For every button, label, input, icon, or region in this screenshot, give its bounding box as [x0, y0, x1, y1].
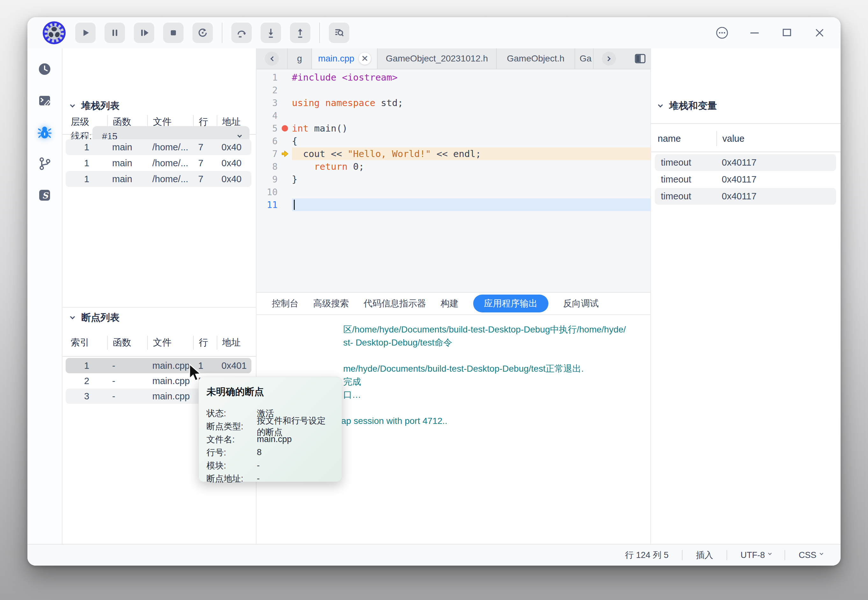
stack-cell: main [107, 142, 147, 153]
code-line: 4 [256, 109, 650, 122]
status-bar: 行 124 列 5 插入 UTF-8 CSS [27, 544, 841, 566]
breakpoint-tooltip: 未明确的断点 状态:激活断点类型:按文件和行号设定的断点文件名:main.cpp… [199, 377, 342, 482]
bottom-tab-构建[interactable]: 构建 [441, 297, 458, 309]
stack-cell: 1 [71, 158, 107, 168]
line-number[interactable]: 1 [256, 72, 278, 83]
step-out-button[interactable] [290, 23, 310, 43]
close-button[interactable] [813, 26, 827, 40]
stack-cell: 7 [193, 174, 217, 184]
breakpoint-col-header: 文件 [147, 336, 193, 350]
restart-button[interactable] [193, 23, 213, 43]
bottom-tab-反向调试[interactable]: 反向调试 [563, 297, 599, 309]
debug-icon[interactable] [37, 125, 52, 139]
code-line: 6{ [256, 135, 650, 147]
stack-frame-row[interactable]: 1main/home/...70x40 [66, 139, 252, 155]
breakpoint-row[interactable]: 1-main.cpp10x401 [66, 358, 252, 373]
pause-button[interactable] [105, 23, 125, 43]
tooltip-title: 未明确的断点 [206, 385, 332, 398]
find-in-files-button[interactable] [329, 23, 349, 43]
tooltip-field-value: - [257, 474, 260, 483]
output-line: st- Desktop-Debug/test命令 [265, 336, 650, 349]
tabs-scroll-left-button[interactable] [256, 48, 288, 69]
svg-text:S: S [42, 191, 49, 200]
stack-frame-row[interactable]: 1main/home/...70x40 [66, 155, 252, 171]
history-icon[interactable] [37, 62, 52, 76]
tab-label: Ga [580, 53, 592, 64]
stack-cell: /home/... [147, 174, 193, 184]
breakpoint-col-header: 地址 [217, 336, 252, 350]
variable-row[interactable]: timeout0x40117 [655, 154, 836, 171]
line-number[interactable]: 3 [256, 98, 278, 108]
variable-row[interactable]: timeout0x40117 [655, 171, 836, 188]
tab-label: main.cpp [318, 53, 354, 64]
variables-section-header[interactable]: 堆栈和变量 [659, 99, 717, 112]
editor-tab-main-cpp[interactable]: main.cpp✕ [312, 48, 378, 69]
maximize-button[interactable] [780, 26, 794, 40]
breakpoint-section-header[interactable]: 断点列表 [71, 311, 120, 324]
line-number[interactable]: 7 [256, 149, 278, 159]
code-line: 7 cout << "Hello, World!" << endl; [256, 147, 650, 160]
execution-arrow-icon [281, 150, 289, 158]
continue-button[interactable] [75, 23, 96, 43]
line-number[interactable]: 4 [256, 111, 278, 121]
close-icon [815, 28, 825, 38]
line-number[interactable]: 10 [256, 187, 278, 197]
stack-col-header: 函数 [107, 115, 147, 129]
breakpoint-cell: main.cpp [147, 361, 193, 371]
split-vertical-icon[interactable] [634, 52, 646, 65]
breakpoint-marker[interactable] [278, 124, 292, 132]
code-line: 9} [256, 173, 650, 186]
stack-frame-row[interactable]: 1main/home/...70x40 [66, 171, 252, 187]
line-number[interactable]: 2 [256, 85, 278, 95]
line-number[interactable]: 11 [256, 200, 278, 210]
editor-tab-g[interactable]: g [288, 48, 312, 69]
encoding-select[interactable]: UTF-8 [741, 550, 771, 560]
stack-section-header[interactable]: 堆栈列表 [71, 99, 120, 112]
tab-close-button[interactable]: ✕ [359, 53, 371, 65]
tooltip-field-value: 8 [257, 447, 262, 457]
step-into-icon [265, 27, 277, 39]
stop-button[interactable] [163, 23, 184, 43]
divider [651, 123, 841, 124]
variables-col-header: name [657, 133, 716, 144]
step-run-button[interactable] [134, 23, 154, 43]
bottom-tab-高级搜索[interactable]: 高级搜索 [313, 297, 349, 309]
step-into-button[interactable] [261, 23, 281, 43]
editor-tab-gameobject-20231012-h[interactable]: GameObject_20231012.h [378, 48, 497, 69]
minimize-button[interactable] [748, 26, 762, 40]
variable-row[interactable]: timeout0x40117 [655, 188, 836, 205]
insert-mode[interactable]: 插入 [696, 549, 713, 561]
line-number[interactable]: 6 [256, 136, 278, 147]
breakpoint-col-header: 索引 [71, 336, 107, 349]
code-text: { [292, 135, 650, 147]
snippets-icon[interactable]: S [37, 188, 52, 203]
code-token [292, 161, 314, 172]
code-token: cout << [292, 148, 348, 159]
cursor-position: 行 124 列 5 [625, 549, 669, 561]
code-token: using namespace [292, 97, 381, 108]
editor-tab-gameobject-h[interactable]: GameObject.h [497, 48, 575, 69]
line-number[interactable]: 9 [256, 174, 278, 185]
bottom-tab-代码信息指示器[interactable]: 代码信息指示器 [364, 297, 426, 309]
more-menu-button[interactable] [715, 26, 729, 40]
console-edit-icon[interactable] [37, 93, 52, 108]
variable-cell: 0x40117 [716, 174, 836, 185]
code-token: "Hello, World!" [348, 148, 431, 159]
stack-col-header: 行 [193, 115, 217, 129]
git-branch-icon[interactable] [37, 156, 52, 171]
breakpoint-col-header: 函数 [107, 336, 147, 350]
code-line: 8 return 0; [256, 160, 650, 173]
stack-table-header: 层级函数文件行地址 [66, 113, 252, 131]
step-over-button[interactable] [231, 23, 252, 43]
arrow-marker[interactable] [278, 150, 292, 158]
line-number[interactable]: 5 [256, 123, 278, 134]
bottom-tab-应用程序输出[interactable]: 应用程序输出 [473, 295, 548, 312]
language-select[interactable]: CSS [798, 550, 823, 560]
code-line: 11 [256, 198, 650, 211]
code-editor[interactable]: 1#include <iostream>23using namespace st… [256, 70, 650, 292]
tabs-scroll-right-button[interactable] [593, 48, 624, 69]
editor-tab-ga[interactable]: Ga [575, 48, 593, 69]
bottom-tab-控制台[interactable]: 控制台 [272, 297, 299, 309]
tab-label: GameObject.h [507, 53, 565, 64]
line-number[interactable]: 8 [256, 161, 278, 172]
